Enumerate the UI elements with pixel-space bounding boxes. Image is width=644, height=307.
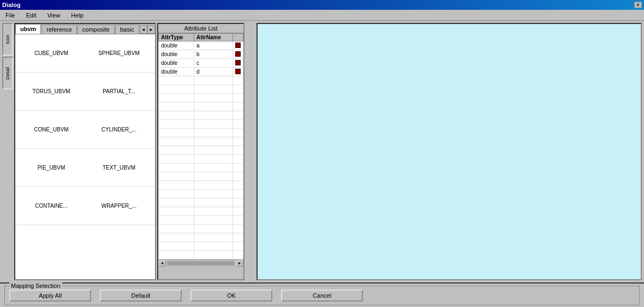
attr-row-empty [159,94,243,103]
attr-indicator [235,51,241,57]
ok-button[interactable]: OK [190,290,272,302]
menu-bar: File Edit View Help [0,10,644,21]
attr-row-empty [159,233,243,242]
left-buttons: Icon Detail [2,23,13,280]
cancel-button[interactable]: Cancel [281,290,363,302]
attr-row-empty [159,111,243,120]
tab-basic[interactable]: basic [115,25,139,34]
attr-section: Attribute List AttrType AttrName [157,23,255,280]
attr-type: double [159,41,194,50]
attr-type: double [159,68,194,76]
attr-row-empty [159,103,243,111]
attr-row-empty [159,207,243,216]
attr-panel: Attribute List AttrType AttrName [157,23,245,280]
attr-row-empty [159,129,243,137]
attr-col-type: AttrType [159,34,194,41]
attr-row[interactable]: double c [159,59,243,68]
list-item[interactable]: CONE_UBVM CYLINDER_... [15,111,155,149]
menu-view[interactable]: View [44,11,64,19]
attr-row-empty [159,164,243,172]
close-button[interactable]: ✕ [634,2,642,8]
icon-button[interactable]: Icon [2,23,13,56]
list-item-col2: WRAPPER_... [85,203,153,209]
main-area: Icon Detail ubvm reference composite bas… [0,21,644,307]
title-bar: Dialog ✕ [0,0,644,10]
attr-table: AttrType AttrName double a [158,33,243,260]
apply-all-button[interactable]: Apply All [9,290,91,302]
detail-button[interactable]: Detail [2,57,13,89]
attr-name: a [194,41,232,50]
list-item-col2: SPHERE_UBVM [85,50,153,56]
attr-row-empty [159,85,243,94]
list-item-col1: CONTAINE... [17,203,85,209]
list-item-col2: CYLINDER_... [85,127,153,133]
tab-ubvm[interactable]: ubvm [15,24,41,34]
attr-horizontal-scroll[interactable]: ◄ ► [158,260,243,266]
tab-bar: ubvm reference composite basic ◄ ► [15,24,155,34]
list-item-col1: CUBE_UBVM [17,50,85,56]
menu-file[interactable]: File [2,11,19,19]
mapping-selection-label: Mapping Selection [9,282,62,289]
list-item[interactable]: CUBE_UBVM SPHERE_UBVM [15,34,155,73]
list-item-col2: TEXT_UBVM [85,165,153,171]
attr-name: d [194,68,232,76]
attr-type: double [159,50,194,59]
attr-indicator [235,60,241,65]
list-scroll[interactable]: CUBE_UBVM SPHERE_UBVM TORUS_UBVM PARTIAL… [15,34,155,279]
tab-composite[interactable]: composite [77,25,115,34]
attr-row[interactable]: double d [159,68,243,76]
attr-row-empty [159,76,243,85]
list-item[interactable]: CONTAINE... WRAPPER_... [15,187,155,225]
attr-indicator [235,69,241,74]
menu-edit[interactable]: Edit [23,11,40,19]
attr-row-empty [159,146,243,155]
list-item-col1: CONE_UBVM [17,127,85,133]
attr-panel-title: Attribute List [158,24,243,33]
attr-row-empty [159,155,243,164]
tab-content: CUBE_UBVM SPHERE_UBVM TORUS_UBVM PARTIAL… [15,34,155,279]
mapping-buttons: Apply All Default OK Cancel [9,290,635,302]
attr-row-empty [159,198,243,207]
tab-panel: ubvm reference composite basic ◄ ► CUBE_… [14,23,156,280]
menu-help[interactable]: Help [68,11,87,19]
attr-indicator [235,43,241,48]
tab-nav-prev[interactable]: ◄ [140,25,147,34]
content-area: Icon Detail ubvm reference composite bas… [0,21,644,282]
scroll-track[interactable] [167,261,235,266]
attr-row-empty [159,120,243,129]
bottom-bar: Mapping Selection Apply All Default OK C… [0,282,644,307]
attr-row-empty [159,216,243,225]
right-panel [257,23,642,280]
attr-row-empty [159,172,243,181]
attr-row-empty [159,190,243,198]
attr-row-empty [159,251,243,260]
attr-row-empty [159,137,243,146]
attr-row-empty [159,242,243,251]
list-item-col2: PARTIAL_T... [85,88,153,94]
attr-row-empty [159,181,243,190]
tab-reference[interactable]: reference [41,25,76,34]
scroll-left-arrow[interactable]: ◄ [158,260,166,267]
dialog-window: Dialog ✕ File Edit View Help Icon Detail… [0,0,644,307]
tab-nav-next[interactable]: ► [147,25,155,34]
list-item[interactable]: PIE_UBVM TEXT_UBVM [15,149,155,187]
list-item-col1: TORUS_UBVM [17,88,85,94]
attr-row[interactable]: double b [159,50,243,59]
attr-name: c [194,59,232,68]
default-button[interactable]: Default [100,290,182,302]
attr-type: double [159,59,194,68]
window-title: Dialog [2,2,21,8]
list-item-col1: PIE_UBVM [17,165,85,171]
attr-name: b [194,50,232,59]
scroll-right-arrow[interactable]: ► [236,260,243,267]
attr-row-empty [159,225,243,233]
list-item[interactable]: TORUS_UBVM PARTIAL_T... [15,73,155,111]
attr-row[interactable]: double a [159,41,243,50]
attr-col-name: AttrName [194,34,232,41]
